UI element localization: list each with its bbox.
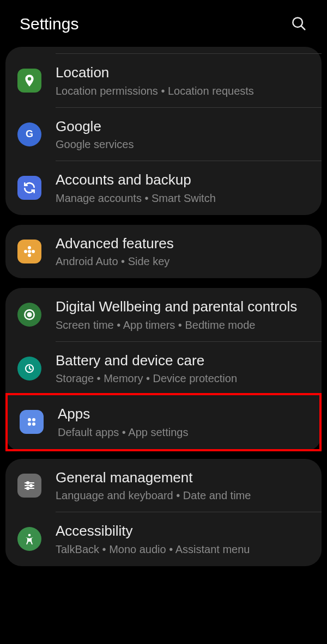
svg-line-1 [301,26,305,29]
settings-group: General management Language and keyboard… [5,459,322,566]
svg-point-13 [32,422,35,426]
row-subtitle: Storage • Memory • Device protection [56,371,312,385]
svg-point-3 [28,250,31,253]
row-subtitle: Default apps • App settings [58,425,310,439]
row-title: Accessibility [56,522,312,540]
row-title: Google [56,118,312,136]
row-subtitle: Android Auto • Side key [56,254,312,268]
page-title: Settings [20,15,78,33]
svg-point-15 [27,482,29,484]
row-text: Location Location permissions • Location… [56,64,312,98]
svg-point-7 [32,250,35,253]
search-icon [290,15,307,33]
row-title: Digital Wellbeing and parental controls [56,298,312,316]
row-location[interactable]: Location Location permissions • Location… [5,54,322,108]
sync-icon [17,176,41,200]
device-care-icon [17,357,41,381]
row-subtitle: TalkBack • Mono audio • Assistant menu [56,542,312,556]
svg-point-4 [28,246,31,249]
svg-point-9 [28,313,32,317]
row-advanced-features[interactable]: Advanced features Android Auto • Side ke… [5,225,322,279]
row-general-management[interactable]: General management Language and keyboard… [5,459,322,513]
sliders-icon [17,474,41,498]
svg-point-12 [28,422,31,426]
svg-point-17 [30,484,32,487]
row-text: Accessibility TalkBack • Mono audio • As… [56,522,312,556]
svg-point-5 [28,254,31,257]
svg-point-11 [32,418,35,421]
row-title: Apps [58,405,310,423]
row-title: Location [56,64,312,82]
row-text: General management Language and keyboard… [56,469,312,503]
row-text: Accounts and backup Manage accounts • Sm… [56,171,312,205]
google-icon: G [17,122,41,146]
flower-icon [17,240,41,263]
accessibility-icon [17,527,41,551]
svg-text:G: G [26,128,33,139]
row-text: Apps Default apps • App settings [58,405,310,439]
svg-point-10 [28,418,31,421]
row-accounts[interactable]: Accounts and backup Manage accounts • Sm… [5,161,322,215]
row-text: Advanced features Android Auto • Side ke… [56,235,312,269]
row-subtitle: Manage accounts • Smart Switch [56,191,312,205]
svg-point-19 [27,487,29,489]
row-apps[interactable]: Apps Default apps • App settings [5,393,322,451]
location-icon [17,69,41,93]
row-title: Accounts and backup [56,171,312,189]
settings-group: Location Location permissions • Location… [5,47,322,215]
search-button[interactable] [288,13,310,35]
svg-point-20 [28,534,31,537]
row-text: Digital Wellbeing and parental controls … [56,298,312,332]
settings-group: Digital Wellbeing and parental controls … [5,288,322,451]
row-title: Battery and device care [56,352,312,370]
row-accessibility[interactable]: Accessibility TalkBack • Mono audio • As… [5,512,322,566]
row-digital-wellbeing[interactable]: Digital Wellbeing and parental controls … [5,288,322,342]
row-subtitle: Language and keyboard • Date and time [56,488,312,502]
svg-point-6 [24,250,27,253]
settings-group: Advanced features Android Auto • Side ke… [5,225,322,279]
row-text: Google Google services [56,118,312,152]
row-text: Battery and device care Storage • Memory… [56,352,312,386]
wellbeing-icon [17,303,41,327]
header: Settings [0,0,327,47]
row-subtitle: Google services [56,137,312,151]
apps-icon [20,410,44,434]
row-subtitle: Screen time • App timers • Bedtime mode [56,318,312,332]
row-battery-device-care[interactable]: Battery and device care Storage • Memory… [5,342,322,396]
row-title: General management [56,469,312,487]
row-subtitle: Location permissions • Location requests [56,84,312,98]
row-title: Advanced features [56,235,312,253]
row-google[interactable]: G Google Google services [5,108,322,162]
